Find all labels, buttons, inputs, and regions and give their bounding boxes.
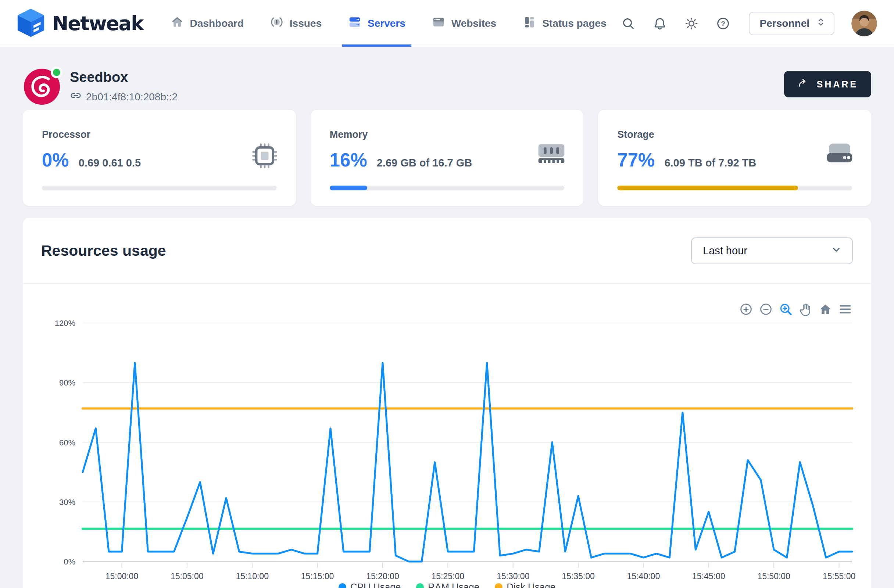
svg-text:15:30:00: 15:30:00 [497, 571, 530, 581]
top-navbar: Netweak Dashboard Issues [0, 0, 894, 47]
time-range-select[interactable]: Last hour [691, 237, 853, 264]
search-icon[interactable] [621, 16, 636, 31]
memory-detail: 2.69 GB of 16.7 GB [377, 157, 473, 169]
processor-card: Processor 0% 0.69 0.61 0.5 [23, 110, 296, 206]
stat-cards: Processor 0% 0.69 0.61 0.5 Memory [23, 110, 871, 206]
svg-text:0%: 0% [63, 557, 76, 566]
nav-label: Websites [452, 18, 496, 29]
main-nav: Dashboard Issues [171, 0, 607, 47]
svg-text:60%: 60% [59, 438, 76, 447]
svg-text:90%: 90% [59, 378, 76, 387]
svg-text:15:05:00: 15:05:00 [171, 571, 204, 581]
legend-label: RAM Usage [428, 581, 479, 588]
storage-icon [826, 143, 853, 165]
svg-text:15:45:00: 15:45:00 [692, 571, 725, 581]
nav-item-websites[interactable]: Websites [432, 0, 496, 47]
processor-percent: 0% [42, 149, 69, 171]
svg-text:15:50:00: 15:50:00 [757, 571, 790, 581]
legend-dot [338, 583, 346, 588]
legend-item[interactable]: CPU Usage [338, 581, 401, 588]
storage-progress-bar [617, 185, 852, 190]
memory-percent: 16% [330, 149, 367, 171]
servers-icon [348, 15, 361, 31]
debian-logo [23, 67, 61, 106]
nav-item-dashboard[interactable]: Dashboard [171, 0, 244, 47]
status-online-dot [51, 66, 62, 78]
svg-text:30%: 30% [59, 498, 76, 507]
svg-text:?: ? [721, 20, 725, 27]
card-title: Memory [330, 129, 565, 140]
progress-fill [330, 185, 367, 190]
memory-card: Memory 16% 2.69 GB of 16.7 GB [311, 110, 584, 206]
websites-icon [432, 15, 445, 31]
storage-card: Storage 77% 6.09 TB of 7.92 TB [598, 110, 871, 206]
progress-fill [617, 185, 798, 190]
resources-head: Resources usage Last hour [23, 218, 871, 283]
account-label: Personnel [760, 18, 809, 29]
share-icon [797, 77, 809, 91]
nav-label: Status pages [542, 18, 606, 29]
server-page: Seedbox 2b01:4f8:10:208b::2 SHARE Proce [0, 47, 894, 588]
time-range-value: Last hour [703, 245, 748, 257]
nav-label: Issues [290, 18, 322, 29]
legend-item[interactable]: RAM Usage [416, 581, 479, 588]
legend-dot [416, 583, 424, 588]
processor-load-averages: 0.69 0.61 0.5 [79, 157, 141, 169]
brand-name: Netweak [52, 12, 143, 35]
help-icon[interactable]: ? [716, 16, 731, 31]
cpu-icon [252, 143, 278, 170]
legend-label: Disk Usage [507, 581, 556, 588]
legend-dot [495, 583, 503, 588]
svg-text:15:15:00: 15:15:00 [301, 571, 334, 581]
issues-icon [270, 15, 284, 31]
home-icon [171, 15, 184, 31]
legend-item[interactable]: Disk Usage [495, 581, 556, 588]
server-info: Seedbox 2b01:4f8:10:208b::2 [70, 67, 178, 104]
svg-text:15:00:00: 15:00:00 [106, 571, 139, 581]
netweak-logo-icon [15, 8, 47, 39]
account-selector[interactable]: Personnel [749, 12, 834, 35]
server-header: Seedbox 2b01:4f8:10:208b::2 SHARE [23, 67, 871, 106]
svg-text:15:55:00: 15:55:00 [823, 571, 856, 581]
server-name: Seedbox [70, 69, 178, 85]
storage-detail: 6.09 TB of 7.92 TB [664, 157, 756, 169]
share-label: SHARE [817, 79, 858, 90]
card-title: Storage [617, 129, 852, 140]
resources-usage-card: Resources usage Last hour [23, 218, 871, 588]
storage-percent: 77% [617, 149, 655, 171]
svg-text:15:35:00: 15:35:00 [562, 571, 595, 581]
share-button[interactable]: SHARE [784, 71, 871, 97]
nav-label: Servers [368, 18, 405, 29]
ram-icon [538, 143, 565, 165]
server-address: 2b01:4f8:10:208b::2 [86, 91, 178, 103]
svg-text:15:25:00: 15:25:00 [432, 571, 465, 581]
chevron-down-icon [831, 244, 842, 258]
notifications-icon[interactable] [652, 16, 667, 31]
svg-text:15:10:00: 15:10:00 [236, 571, 269, 581]
processor-progress-bar [42, 185, 277, 190]
user-avatar[interactable] [851, 11, 877, 36]
navbar-actions: ? Personnel [621, 11, 877, 36]
nav-item-issues[interactable]: Issues [270, 0, 322, 47]
resources-title: Resources usage [41, 242, 166, 259]
chart-legend: CPU UsageRAM UsageDisk Usage [23, 581, 871, 588]
svg-text:15:40:00: 15:40:00 [627, 571, 660, 581]
card-title: Processor [42, 129, 277, 140]
chart-area: 0%30%60%90%120%15:00:0015:05:0015:10:001… [23, 284, 871, 588]
nav-item-status-pages[interactable]: Status pages [523, 0, 606, 47]
nav-label: Dashboard [190, 18, 244, 29]
svg-text:120%: 120% [55, 319, 76, 328]
status-pages-icon [523, 15, 536, 31]
link-icon [70, 90, 82, 104]
memory-progress-bar [330, 185, 565, 190]
legend-label: CPU Usage [350, 581, 401, 588]
theme-icon[interactable] [684, 16, 699, 31]
server-address-row: 2b01:4f8:10:208b::2 [70, 90, 178, 104]
brand[interactable]: Netweak [15, 8, 143, 39]
svg-text:15:20:00: 15:20:00 [366, 571, 399, 581]
resources-chart[interactable]: 0%30%60%90%120%15:00:0015:05:0015:10:001… [23, 284, 871, 588]
nav-item-servers[interactable]: Servers [348, 0, 405, 47]
chevron-up-down-icon [817, 17, 825, 29]
